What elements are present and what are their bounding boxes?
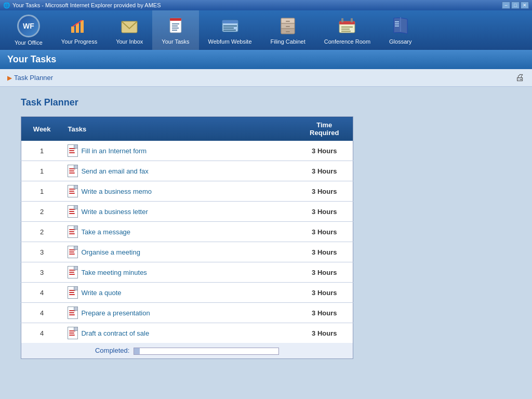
week-cell: 4	[21, 303, 63, 323]
task-label: Draft a contract of sale	[81, 329, 149, 337]
table-row: 4Draft a contract of sale3 Hours	[21, 323, 353, 343]
doc-icon	[68, 225, 78, 238]
minimize-button[interactable]: –	[502, 2, 510, 9]
time-cell: 3 Hours	[296, 283, 353, 303]
task-label: Send an email and fax	[81, 167, 148, 175]
svg-rect-12	[223, 25, 237, 26]
svg-rect-6	[172, 23, 179, 24]
table-row: 2Write a business letter3 Hours	[21, 202, 353, 222]
time-cell: 3 Hours	[296, 222, 353, 242]
col-header-time: Time Required	[296, 117, 353, 141]
task-label: Take a message	[81, 228, 130, 236]
nav-label-your-tasks: Your Tasks	[162, 38, 189, 45]
svg-rect-2	[81, 20, 84, 33]
nav-item-your-progress[interactable]: Your Progress	[52, 10, 107, 50]
doc-icon	[68, 307, 78, 319]
task-cell[interactable]: Send an email and fax	[62, 161, 296, 181]
doc-icon	[68, 286, 78, 299]
maximize-button[interactable]: □	[511, 2, 520, 9]
breadcrumb-arrow-icon: ▶	[7, 74, 12, 82]
breadcrumb-text: ▶ Task Planner	[7, 74, 53, 82]
nav-item-webfurn-website[interactable]: Webfurn Website	[199, 10, 261, 50]
task-cell[interactable]: Take a message	[62, 222, 296, 242]
task-cell[interactable]: Write a business memo	[62, 181, 296, 202]
table-row: 1Write a business memo3 Hours	[21, 181, 353, 202]
nav-label-your-office: Your Office	[15, 39, 43, 46]
task-link[interactable]: Write a business letter	[68, 205, 290, 218]
week-cell: 1	[21, 161, 63, 181]
task-cell[interactable]: Take meeting minutes	[62, 262, 296, 283]
week-cell: 1	[21, 141, 63, 161]
task-link[interactable]: Organise a meeting	[68, 246, 290, 258]
table-row: 3Take meeting minutes3 Hours	[21, 262, 353, 283]
task-label: Take meeting minutes	[81, 269, 147, 276]
task-link[interactable]: Write a quote	[68, 286, 290, 299]
filing-cabinet-icon	[277, 16, 298, 36]
task-cell[interactable]: Fill in an Internet form	[62, 141, 296, 161]
week-cell: 4	[21, 323, 63, 343]
task-link[interactable]: Write a business memo	[68, 185, 290, 197]
window-title: Your Tasks - Microsoft Internet Explorer…	[12, 2, 161, 8]
week-cell: 3	[21, 242, 63, 262]
svg-rect-27	[341, 29, 350, 30]
doc-icon	[68, 165, 78, 177]
close-button[interactable]: ✕	[521, 2, 529, 9]
svg-rect-11	[222, 20, 238, 23]
task-cell[interactable]: Write a quote	[62, 283, 296, 303]
main-content: Task Planner Week Tasks Time Required 1F…	[0, 87, 532, 369]
task-link[interactable]: Prepare a presentation	[68, 307, 290, 319]
col-header-tasks: Tasks	[62, 117, 296, 141]
your-tasks-icon	[165, 16, 186, 36]
nav-label-filing-cabinet: Filing Cabinet	[271, 38, 305, 45]
col-header-week: Week	[21, 117, 63, 141]
your-office-icon: WF	[17, 15, 40, 37]
task-cell[interactable]: Prepare a presentation	[62, 303, 296, 323]
task-link[interactable]: Send an email and fax	[68, 165, 290, 177]
breadcrumb: ▶ Task Planner 🖨	[0, 69, 532, 87]
svg-rect-21	[286, 31, 290, 32]
task-cell[interactable]: Write a business letter	[62, 202, 296, 222]
nav-label-webfurn-website: Webfurn Website	[208, 38, 252, 45]
nav-item-your-office[interactable]: WF Your Office	[5, 10, 52, 50]
task-label: Write a quote	[81, 289, 121, 297]
section-title: Task Planner	[21, 97, 511, 108]
glossary-icon	[390, 16, 411, 36]
doc-icon	[68, 144, 78, 157]
svg-rect-28	[341, 31, 351, 32]
nav-label-your-progress: Your Progress	[61, 38, 97, 45]
task-link[interactable]: Take a message	[68, 225, 290, 238]
task-link[interactable]: Draft a contract of sale	[68, 327, 290, 339]
task-label: Organise a meeting	[81, 248, 140, 256]
print-icon[interactable]: 🖨	[515, 72, 525, 83]
task-cell[interactable]: Draft a contract of sale	[62, 323, 296, 343]
nav-label-glossary: Glossary	[389, 38, 411, 45]
svg-rect-26	[341, 26, 353, 28]
task-link[interactable]: Take meeting minutes	[68, 266, 290, 278]
time-cell: 3 Hours	[296, 161, 353, 181]
nav-item-filing-cabinet[interactable]: Filing Cabinet	[261, 10, 315, 50]
week-cell: 1	[21, 181, 63, 202]
time-cell: 3 Hours	[296, 303, 353, 323]
browser-icon: 🌐	[3, 2, 10, 9]
svg-rect-0	[71, 26, 74, 33]
week-cell: 2	[21, 202, 63, 222]
page-title: Your Tasks	[7, 54, 56, 64]
task-cell[interactable]: Organise a meeting	[62, 242, 296, 262]
your-progress-icon	[69, 16, 89, 36]
svg-rect-13	[223, 28, 234, 29]
table-row: 1Fill in an Internet form3 Hours	[21, 141, 353, 161]
nav-item-your-inbox[interactable]: Your Inbox	[107, 10, 152, 50]
svg-rect-14	[223, 30, 236, 31]
breadcrumb-label: Task Planner	[14, 74, 53, 82]
task-label: Write a business letter	[81, 208, 148, 216]
your-inbox-icon	[119, 16, 140, 36]
nav-item-your-tasks[interactable]: Your Tasks	[152, 10, 198, 50]
nav-item-conference-room[interactable]: Conference Room	[315, 10, 380, 50]
task-link[interactable]: Fill in an Internet form	[68, 144, 290, 157]
nav-item-glossary[interactable]: Glossary	[380, 10, 421, 50]
window-controls[interactable]: – □ ✕	[502, 2, 529, 9]
svg-rect-19	[286, 21, 290, 22]
doc-icon	[68, 266, 78, 278]
nav-label-conference-room: Conference Room	[324, 38, 370, 45]
week-cell: 4	[21, 283, 63, 303]
